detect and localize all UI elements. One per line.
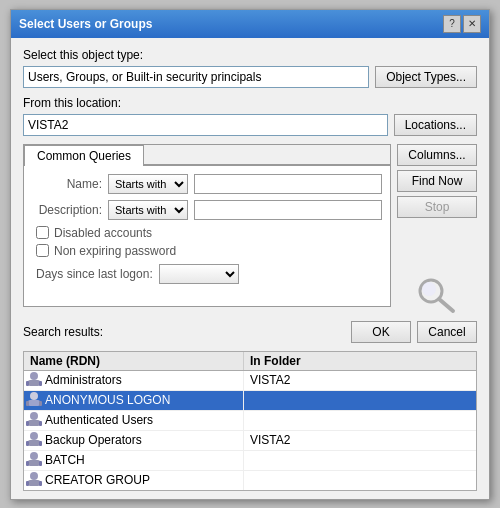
- results-header: Name (RDN) In Folder: [24, 352, 476, 371]
- svg-line-1: [439, 299, 453, 311]
- svg-rect-23: [28, 480, 40, 486]
- svg-rect-6: [39, 381, 42, 386]
- svg-rect-25: [26, 481, 29, 486]
- table-row[interactable]: Backup OperatorsVISTA2: [24, 431, 476, 451]
- result-folder-cell: VISTA2: [244, 372, 476, 388]
- non-expiring-checkbox[interactable]: [36, 244, 49, 257]
- svg-point-4: [30, 372, 38, 380]
- result-name-cell: Administrators: [24, 370, 244, 391]
- result-folder-cell: [244, 459, 476, 461]
- result-name-text: CREATOR GROUP: [45, 473, 150, 487]
- disabled-accounts-label: Disabled accounts: [54, 226, 152, 240]
- object-type-row: Users, Groups, or Built-in security prin…: [23, 66, 477, 88]
- user-icon: [26, 411, 42, 430]
- col-folder-header: In Folder: [244, 352, 476, 370]
- svg-rect-17: [26, 441, 29, 446]
- tab-common-queries[interactable]: Common Queries: [24, 145, 144, 166]
- stop-button[interactable]: Stop: [397, 196, 477, 218]
- result-name-cell: Authenticated Users: [24, 410, 244, 431]
- locations-button[interactable]: Locations...: [394, 114, 477, 136]
- object-type-value: Users, Groups, or Built-in security prin…: [23, 66, 369, 88]
- days-row: Days since last logon:: [36, 264, 382, 284]
- days-label: Days since last logon:: [36, 267, 153, 281]
- user-icon: [26, 451, 42, 470]
- desc-label: Description:: [32, 203, 102, 217]
- title-bar: Select Users or Groups ? ✕: [11, 10, 489, 38]
- result-name-text: Backup Operators: [45, 433, 142, 447]
- svg-rect-19: [28, 460, 40, 466]
- tab-area: Common Queries Name: Starts with Descrip…: [23, 144, 477, 315]
- result-folder-cell: [244, 399, 476, 401]
- svg-rect-5: [26, 381, 29, 386]
- svg-rect-22: [39, 461, 42, 466]
- tab-spacer: [144, 145, 390, 165]
- svg-rect-11: [28, 420, 40, 426]
- name-filter-select[interactable]: Starts with: [108, 174, 188, 194]
- tab-header: Common Queries: [24, 145, 390, 166]
- svg-rect-21: [26, 461, 29, 466]
- magnify-icon: [415, 275, 459, 315]
- table-row[interactable]: BATCH: [24, 451, 476, 471]
- result-name-cell: ANONYMOUS LOGON: [24, 390, 244, 411]
- cancel-button[interactable]: Cancel: [417, 321, 477, 343]
- tab-content: Name: Starts with Description: Starts wi…: [24, 166, 390, 306]
- svg-rect-18: [39, 441, 42, 446]
- svg-rect-10: [39, 401, 42, 406]
- table-row[interactable]: ANONYMOUS LOGON: [24, 391, 476, 411]
- days-select[interactable]: [159, 264, 239, 284]
- table-row[interactable]: Authenticated Users: [24, 411, 476, 431]
- ok-button[interactable]: OK: [351, 321, 411, 343]
- svg-rect-3: [28, 380, 40, 386]
- name-input[interactable]: [194, 174, 382, 194]
- svg-rect-15: [28, 440, 40, 446]
- user-icon: [26, 471, 42, 490]
- desc-input[interactable]: [194, 200, 382, 220]
- right-buttons-panel: Columns... Find Now Stop: [397, 144, 477, 315]
- desc-filter-select[interactable]: Starts with: [108, 200, 188, 220]
- non-expiring-row: Non expiring password: [36, 244, 382, 258]
- result-name-cell: CREATOR GROUP: [24, 470, 244, 491]
- close-button[interactable]: ✕: [463, 15, 481, 33]
- svg-point-16: [30, 432, 38, 440]
- columns-button[interactable]: Columns...: [397, 144, 477, 166]
- table-row[interactable]: CREATOR GROUP: [24, 471, 476, 491]
- object-types-button[interactable]: Object Types...: [375, 66, 477, 88]
- dialog-title: Select Users or Groups: [19, 17, 152, 31]
- result-name-text: ANONYMOUS LOGON: [45, 393, 170, 407]
- location-value: VISTA2: [23, 114, 388, 136]
- result-name-text: Authenticated Users: [45, 413, 153, 427]
- result-name-text: BATCH: [45, 453, 85, 467]
- select-users-dialog: Select Users or Groups ? ✕ Select this o…: [10, 9, 490, 500]
- result-folder-cell: [244, 479, 476, 481]
- svg-rect-14: [39, 421, 42, 426]
- results-table: Name (RDN) In Folder AdministratorsVISTA…: [23, 351, 477, 491]
- dialog-content: Select this object type: Users, Groups, …: [11, 38, 489, 499]
- find-now-button[interactable]: Find Now: [397, 170, 477, 192]
- svg-rect-9: [26, 401, 29, 406]
- location-row: VISTA2 Locations...: [23, 114, 477, 136]
- user-icon: [26, 371, 42, 390]
- svg-point-8: [30, 392, 38, 400]
- object-type-label: Select this object type:: [23, 48, 477, 62]
- svg-rect-7: [28, 400, 40, 406]
- tab-section: Common Queries Name: Starts with Descrip…: [23, 144, 391, 315]
- svg-rect-13: [26, 421, 29, 426]
- search-icon-container: [397, 259, 477, 315]
- svg-point-20: [30, 452, 38, 460]
- ok-cancel-row: Search results: OK Cancel: [23, 321, 477, 343]
- help-button[interactable]: ?: [443, 15, 461, 33]
- table-row[interactable]: AdministratorsVISTA2: [24, 371, 476, 391]
- desc-row: Description: Starts with: [32, 200, 382, 220]
- name-label: Name:: [32, 177, 102, 191]
- result-name-cell: Backup Operators: [24, 430, 244, 451]
- result-folder-cell: VISTA2: [244, 432, 476, 448]
- result-name-text: Administrators: [45, 373, 122, 387]
- user-icon: [26, 431, 42, 450]
- results-body: AdministratorsVISTA2 ANONYMOUS LOGON Aut…: [24, 371, 476, 491]
- title-bar-buttons: ? ✕: [443, 15, 481, 33]
- result-name-cell: BATCH: [24, 450, 244, 471]
- result-folder-cell: [244, 419, 476, 421]
- disabled-accounts-checkbox[interactable]: [36, 226, 49, 239]
- location-label: From this location:: [23, 96, 477, 110]
- svg-point-24: [30, 472, 38, 480]
